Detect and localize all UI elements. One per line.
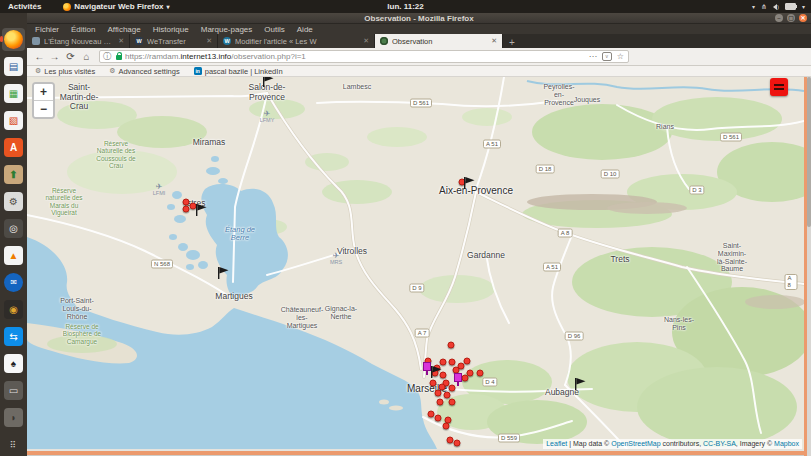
window-titlebar[interactable]: Observation - Mozilla Firefox – ▢ ✕ <box>27 13 811 24</box>
tab-observation[interactable]: Observation✕ <box>375 34 503 48</box>
pink-pin-marker[interactable] <box>454 373 462 382</box>
url-bar[interactable]: ⓘ https://ramdam.internet13.info/observa… <box>99 50 629 63</box>
pink-pin-marker[interactable] <box>423 362 431 371</box>
observation-marker[interactable] <box>477 370 484 377</box>
dock: ▤▦▧A⬆⚙◎▲✉◉⇆♠▭◗⠿ <box>0 13 27 456</box>
dock-item-simple-scan[interactable]: ▭ <box>2 379 25 402</box>
linkedin-icon: in <box>194 67 202 75</box>
maximize-button[interactable]: ▢ <box>787 14 795 22</box>
bookmark-les-plus-visit-s[interactable]: ⚙Les plus visités <box>35 67 95 76</box>
menu-item-aide[interactable]: Aide <box>297 25 313 34</box>
flag-marker-icon[interactable] <box>261 77 274 87</box>
tab-l-tang-nouveau-le-blo[interactable]: L'Étang Nouveau – le blo✕ <box>27 34 130 48</box>
road-badge: A 7 <box>415 329 430 338</box>
observation-marker[interactable] <box>449 385 456 392</box>
clock[interactable]: lun. 11:22 <box>0 2 811 11</box>
new-tab-button[interactable]: + <box>509 37 515 48</box>
observation-marker[interactable] <box>435 390 442 397</box>
flag-marker-icon[interactable] <box>573 377 586 390</box>
dock-item-software-updater[interactable]: ⬆ <box>2 163 25 186</box>
system-indicators[interactable]: ▾ ⋔ ) ▾ <box>752 3 805 11</box>
menu-item-affichage[interactable]: Affichage <box>107 25 140 34</box>
dock-item-rhythmbox[interactable]: ◉ <box>2 298 25 321</box>
scrollbar-thumb[interactable] <box>807 77 811 227</box>
home-button[interactable]: ⌂ <box>80 50 93 63</box>
https-lock-icon[interactable] <box>116 55 122 60</box>
leaflet-map[interactable]: Saint- Martin-de- CrauMiramasSalon-de- P… <box>27 77 804 449</box>
observation-marker[interactable] <box>462 375 469 382</box>
forward-button[interactable]: → <box>48 50 61 63</box>
observation-marker[interactable] <box>449 359 456 366</box>
flag-marker-icon[interactable] <box>216 266 229 279</box>
road-badge: D 9 <box>409 284 424 293</box>
dock-item-show-applications[interactable]: ⠿ <box>2 433 25 456</box>
zoom-in-button[interactable]: + <box>34 84 53 100</box>
gear-icon: ⚙ <box>109 67 115 75</box>
observation-marker[interactable] <box>454 440 461 447</box>
road-badge: N 568 <box>151 260 173 269</box>
observation-marker[interactable] <box>183 206 190 213</box>
observation-marker[interactable] <box>430 380 437 387</box>
dock-item-libreoffice-writer[interactable]: ▤ <box>2 55 25 78</box>
tab-close-icon[interactable]: ✕ <box>206 37 212 45</box>
observation-marker[interactable] <box>437 399 444 406</box>
bookmark-advanced-settings[interactable]: ⚙Advanced settings <box>109 67 180 76</box>
dock-item-libreoffice-calc[interactable]: ▦ <box>2 82 25 105</box>
road-badge: D 96 <box>565 332 584 341</box>
close-button[interactable]: ✕ <box>799 14 807 22</box>
dock-item-teamviewer[interactable]: ⇆ <box>2 325 25 348</box>
tab-close-icon[interactable]: ✕ <box>118 37 124 45</box>
pocket-icon[interactable]: v <box>602 52 612 61</box>
tab-wetransfer[interactable]: WWeTransfer✕ <box>130 34 218 48</box>
attribution-link[interactable]: Leaflet <box>546 440 567 447</box>
minimize-button[interactable]: – <box>775 14 783 22</box>
observation-marker[interactable] <box>464 358 471 365</box>
chevron-down-icon: ▾ <box>802 3 805 10</box>
menu-item-fichier[interactable]: Fichier <box>35 25 59 34</box>
observation-marker[interactable] <box>448 342 455 349</box>
dock-item-tweaks[interactable]: ⚙ <box>2 190 25 213</box>
dock-item-app-launcher[interactable]: ◎ <box>2 217 25 240</box>
zoom-out-button[interactable]: − <box>34 100 53 117</box>
back-button[interactable]: ← <box>33 50 46 63</box>
flag-marker-icon[interactable] <box>462 176 475 189</box>
dock-item-archive-tool[interactable]: ◗ <box>2 406 25 429</box>
attribution-link[interactable]: Mapbox <box>774 440 799 447</box>
tab-title: WeTransfer <box>147 37 202 46</box>
dock-item-thunderbird[interactable]: ✉ <box>2 271 25 294</box>
flag-marker-icon[interactable] <box>194 203 207 216</box>
observation-marker[interactable] <box>449 399 456 406</box>
tab-modifier-l-article-les-w[interactable]: WModifier l'article « Les W✕ <box>218 34 375 48</box>
menu-item-outils[interactable]: Outils <box>264 25 284 34</box>
map-menu-button[interactable] <box>770 78 788 96</box>
reload-button[interactable]: ⟳ <box>64 50 77 63</box>
observation-marker[interactable] <box>435 415 442 422</box>
tab-close-icon[interactable]: ✕ <box>491 37 497 45</box>
tab-bar: L'Étang Nouveau – le blo✕WWeTransfer✕WMo… <box>27 34 811 48</box>
observation-marker[interactable] <box>447 437 454 444</box>
menu-item-marque-pages[interactable]: Marque-pages <box>201 25 253 34</box>
bookmark-label: pascal bazile | LinkedIn <box>205 67 283 76</box>
dock-item-ubuntu-software[interactable]: A <box>2 136 25 159</box>
dock-item-firefox[interactable] <box>2 28 25 51</box>
observation-marker[interactable] <box>428 411 435 418</box>
menu-item--dition[interactable]: Édition <box>71 25 95 34</box>
scrollbar[interactable] <box>807 77 811 456</box>
tab-close-icon[interactable]: ✕ <box>363 37 369 45</box>
attribution-link[interactable]: OpenStreetMap <box>611 440 660 447</box>
window-title: Observation - Mozilla Firefox <box>364 14 473 23</box>
dock-item-vlc[interactable]: ▲ <box>2 244 25 267</box>
observation-marker[interactable] <box>443 423 450 430</box>
bookmark-star-icon[interactable]: ☆ <box>617 52 624 61</box>
dock-item-aisleriot-cards[interactable]: ♠ <box>2 352 25 375</box>
page-info-icon[interactable]: ⓘ <box>103 51 111 62</box>
menu-item-historique[interactable]: Historique <box>153 25 189 34</box>
vlc-icon: ▲ <box>4 246 23 265</box>
observation-marker[interactable] <box>183 199 190 206</box>
dock-item-libreoffice-impress[interactable]: ▧ <box>2 109 25 132</box>
volume-icon: ) <box>773 4 779 10</box>
bookmark-pascal-bazile-linked[interactable]: inpascal bazile | LinkedIn <box>194 67 283 76</box>
observation-marker[interactable] <box>444 392 451 399</box>
page-actions-icon[interactable]: ⋯ <box>589 52 597 61</box>
attribution-link[interactable]: CC-BY-SA <box>703 440 736 447</box>
